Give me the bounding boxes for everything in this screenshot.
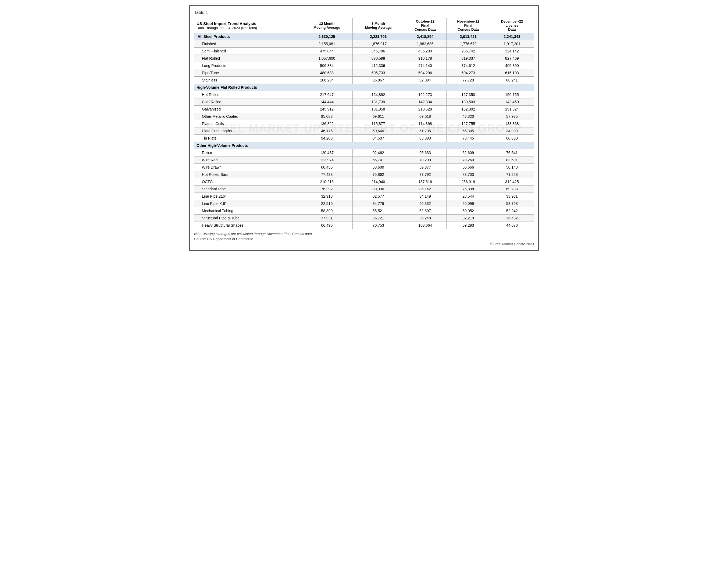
row-label: Cold Rolled (194, 98, 301, 106)
row-col-2: 53,600 (353, 164, 404, 171)
row-col-3: 436,209 (404, 48, 446, 55)
row-col-4: 42,320 (446, 113, 490, 120)
table-row: Mechanical Tubing58,39055,52162,69750,05… (194, 207, 534, 214)
row-col-3: 95,633 (404, 149, 446, 156)
table-row: Structural Pipe & Tube37,93136,72135,248… (194, 214, 534, 222)
row-col-1: 144,444 (301, 98, 353, 106)
row-label: Finished (194, 40, 301, 48)
row-col-1: 217,647 (301, 91, 353, 98)
section3-label: Other High-Volume Products (194, 142, 534, 149)
row-col-3: 504,296 (404, 69, 446, 77)
row-col-2: 69,611 (353, 113, 404, 120)
col-header-2: 3 Month Moving Average (353, 18, 404, 33)
section2-label: High-Volume Flat Rolled Products (194, 84, 534, 91)
row-col-3: 2,418,894 (404, 33, 446, 40)
report-title: US Steel Import Trend Analysis (197, 21, 299, 26)
row-col-3: 51,795 (404, 127, 446, 135)
row-col-3: 35,248 (404, 214, 446, 222)
table-row: Rebar120,43792,46295,63362,60976,541 (194, 149, 534, 156)
header-title-cell: US Steel Import Trend Analysis Data Thro… (194, 18, 301, 33)
row-col-5: 36,432 (490, 214, 534, 222)
row-col-5: 324,142 (490, 48, 534, 55)
table-row: All Steel Products2,630,1252,223,7032,41… (194, 33, 534, 40)
row-col-1: 37,931 (301, 214, 353, 222)
row-col-1: 76,392 (301, 185, 353, 193)
row-col-5: 69,238 (490, 185, 534, 193)
row-col-4: 83,703 (446, 171, 490, 178)
col-header-5: December-22 License Data (490, 18, 534, 33)
row-col-2: 32,577 (353, 193, 404, 200)
row-col-4: 167,350 (446, 91, 490, 98)
table-row: Galvanized245,912181,958210,628152,80219… (194, 106, 534, 113)
row-col-4: 77,729 (446, 77, 490, 84)
col-header-1: 12 Month Moving Average (301, 18, 353, 33)
row-col-1: 95,083 (301, 113, 353, 120)
row-col-4: 256,019 (446, 178, 490, 185)
table-row: Semi-Finished475,044346,786436,209236,74… (194, 48, 534, 55)
row-col-1: 2,155,081 (301, 40, 353, 48)
row-label: Flat Rolled (194, 55, 301, 62)
report-subtitle: Data Through Jan. 24, 2023 (Net Tons) (197, 26, 299, 30)
row-col-2: 2,223,703 (353, 33, 404, 40)
table-row: Wire Drawn60,45653,60059,37750,66650,143 (194, 164, 534, 171)
row-col-4: 504,273 (446, 69, 490, 77)
row-col-3: 210,628 (404, 106, 446, 113)
row-label: Rebar (194, 149, 301, 156)
row-col-4: 76,838 (446, 185, 490, 193)
row-col-3: 62,697 (404, 207, 446, 214)
row-col-1: 475,044 (301, 48, 353, 55)
row-col-1: 210,216 (301, 178, 353, 185)
row-label: Galvanized (194, 106, 301, 113)
row-label: Pipe/Tube (194, 69, 301, 77)
row-label: Long Products (194, 62, 301, 69)
row-col-5: 76,541 (490, 149, 534, 156)
row-col-3: 92,094 (404, 77, 446, 84)
row-col-5: 191,824 (490, 106, 534, 113)
row-col-4: 819,337 (446, 55, 490, 62)
row-col-1: 506,884 (301, 62, 353, 69)
row-col-1: 480,688 (301, 69, 353, 77)
row-col-1: 46,176 (301, 127, 353, 135)
row-col-5: 53,768 (490, 200, 534, 207)
row-col-4: 1,776,679 (446, 40, 490, 48)
row-col-5: 312,425 (490, 178, 534, 185)
row-col-3: 83,883 (404, 135, 446, 142)
row-col-5: 827,469 (490, 55, 534, 62)
row-col-2: 36,721 (353, 214, 404, 222)
row-col-2: 164,892 (353, 91, 404, 98)
row-col-1: 2,630,125 (301, 33, 353, 40)
row-col-4: 62,609 (446, 149, 490, 156)
table-row: Tin Plate94,20384,50783,88373,44560,630 (194, 135, 534, 142)
row-col-3: 187,616 (404, 178, 446, 185)
row-col-5: 2,241,343 (490, 33, 534, 40)
table-row: Line Pipe ≤16"32,91832,57734,14928,54433… (194, 193, 534, 200)
row-col-2: 70,753 (353, 222, 404, 229)
row-col-5: 68,241 (490, 77, 534, 84)
row-col-1: 120,437 (301, 149, 353, 156)
row-col-1: 77,433 (301, 171, 353, 178)
row-col-4: 73,445 (446, 135, 490, 142)
row-col-4: 28,544 (446, 193, 490, 200)
row-col-5: 52,242 (490, 207, 534, 214)
row-col-1: 58,390 (301, 207, 353, 214)
row-col-1: 22,510 (301, 200, 353, 207)
row-col-4: 2,013,421 (446, 33, 490, 40)
col-header-3: October-22 Final Census Data (404, 18, 446, 33)
row-label: Other Metallic Coated (194, 113, 301, 120)
row-col-2: 92,462 (353, 149, 404, 156)
row-col-2: 84,507 (353, 135, 404, 142)
row-label: OCTG (194, 178, 301, 185)
row-col-4: 127,755 (446, 120, 490, 127)
row-col-3: 40,332 (404, 200, 446, 207)
row-label: Standard Pipe (194, 185, 301, 193)
table-row: Cold Rolled144,444131,739142,334139,5091… (194, 98, 534, 106)
row-col-5: 34,399 (490, 127, 534, 135)
row-col-2: 131,739 (353, 98, 404, 106)
row-col-5: 50,143 (490, 164, 534, 171)
footer-note: Note: Moving averages are calculated thr… (194, 232, 534, 236)
row-col-4: 55,305 (446, 127, 490, 135)
row-label: Stainless (194, 77, 301, 84)
table-row: Finished2,155,0811,876,9171,982,6851,776… (194, 40, 534, 48)
row-col-4: 26,099 (446, 200, 490, 207)
main-table: US Steel Import Trend Analysis Data Thro… (194, 18, 534, 229)
